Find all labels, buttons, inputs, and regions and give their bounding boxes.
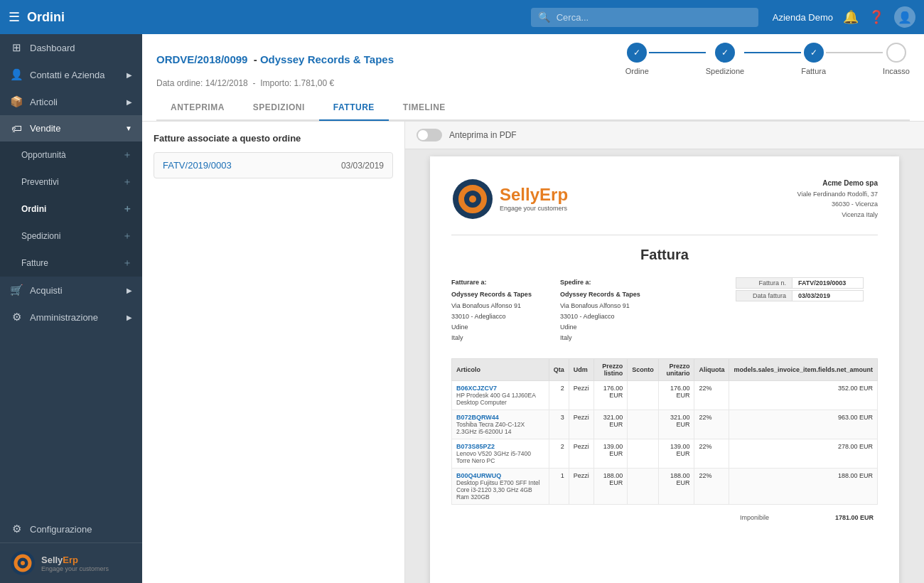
sidebar-item-contacts[interactable]: 👤 Contatti e Azienda ▶: [0, 61, 142, 88]
sales-arrow-icon: ▼: [125, 124, 132, 132]
sidebar-label-opportunities: Opportunità: [21, 150, 115, 160]
logo-text: SellyErp Engage your customers: [500, 186, 568, 212]
pdf-toggle[interactable]: [417, 129, 442, 141]
sidebar-item-acquisti[interactable]: 🛒 Acquisti ▶: [0, 277, 142, 304]
pdf-header: SellyErp Engage your customers Acme Demo…: [451, 178, 878, 220]
td-qty-1: 3: [549, 410, 569, 439]
opportunities-plus-icon[interactable]: ＋: [122, 149, 132, 161]
td-udm-0: Pezzi: [569, 380, 593, 410]
tab-fatture[interactable]: FATTURE: [319, 95, 389, 121]
td-udm-3: Pezzi: [569, 468, 593, 504]
sidebar-item-opportunities[interactable]: Opportunità ＋: [0, 141, 142, 169]
item-code-1: B072BQRW44: [456, 414, 499, 421]
content-area: ORDVE/2018/0099 - Odyssey Records & Tape…: [142, 34, 924, 583]
toggle-knob: [418, 130, 428, 140]
step-incasso: Incasso: [883, 43, 910, 75]
svg-point-5: [469, 196, 476, 203]
ship-to-label: Spedire a:: [560, 277, 640, 288]
sidebar-item-preventivi[interactable]: Preventivi ＋: [0, 169, 142, 196]
ship-to-city: 33010 - Adegliacco: [560, 311, 640, 322]
fatture-plus-icon[interactable]: ＋: [122, 257, 132, 269]
step-spedizione: ✓ Spedizione: [706, 43, 744, 75]
td-discount-3: [628, 468, 659, 504]
pdf-page: SellyErp Engage your customers Acme Demo…: [430, 156, 899, 583]
sidebar-label-amministrazione: Amministrazione: [30, 312, 119, 323]
pdf-body[interactable]: SellyErp Engage your customers Acme Demo…: [405, 149, 924, 583]
pdf-totals-table: Imponibile 1781.00 EUR: [736, 512, 878, 523]
svg-point-2: [21, 561, 25, 565]
acquisti-arrow-icon: ▶: [127, 287, 132, 294]
tab-timeline[interactable]: TIMELINE: [389, 95, 460, 121]
imponibile-value: 1781.00 EUR: [835, 514, 874, 521]
ship-to-address: Via Bonafous Alfonso 91: [560, 301, 640, 311]
sidebar-item-spedizioni[interactable]: Spedizioni ＋: [0, 223, 142, 250]
pdf-addresses: Fatturare a: Odyssey Records & Tapes Via…: [451, 277, 640, 344]
td-unitprice-2: 139.00 EUR: [658, 439, 694, 468]
menu-icon[interactable]: ☰: [9, 9, 20, 25]
order-date: 14/12/2018: [205, 78, 248, 88]
order-subtitle: Data ordine: 14/12/2018 - Importo: 1.781…: [156, 78, 910, 88]
order-client: Odyssey Records & Tapes: [260, 53, 394, 65]
td-article-3: B00Q4URWUQ Desktop Fujitsu E700 SFF Inte…: [452, 468, 549, 504]
ordini-plus-icon[interactable]: ＋: [122, 203, 132, 215]
pdf-company-country: Vicenza Italy: [842, 211, 878, 218]
td-pricelist-1: 321.00 EUR: [593, 410, 628, 439]
step-fattura-label: Fattura: [801, 67, 826, 75]
pdf-table-body: B06XCJZCV7 HP Prodesk 400 G4 1JJ60EA Des…: [452, 380, 878, 504]
sidebar-item-configurazione[interactable]: ⚙ Configurazione: [0, 515, 142, 542]
item-desc-1: Toshiba Tecra Z40-C-12X 2.3GHz i5-6200U …: [456, 421, 525, 435]
td-article-0: B06XCJZCV7 HP Prodesk 400 G4 1JJ60EA Des…: [452, 380, 549, 410]
sidebar-item-amministrazione[interactable]: ⚙ Amministrazione ▶: [0, 304, 142, 331]
sidebar-sub-sales: Opportunità ＋ Preventivi ＋ Ordini ＋ Sped…: [0, 141, 142, 277]
pdf-company-city: 36030 - Vicenza: [832, 200, 878, 208]
pdf-table-row: B073S85PZ2 Lenovo V520 3GHz i5-7400 Torr…: [452, 439, 878, 468]
notification-icon[interactable]: 🔔: [843, 9, 859, 25]
sidebar-label-preventivi: Preventivi: [21, 177, 115, 187]
invoice-date: 03/03/2019: [341, 161, 384, 171]
spedizioni-plus-icon[interactable]: ＋: [122, 230, 132, 242]
sidebar-label-configurazione: Configurazione: [30, 524, 132, 535]
pdf-totals-imponibile-row: Imponibile 1781.00 EUR: [736, 512, 878, 523]
pdf-totals: Imponibile 1781.00 EUR: [451, 512, 878, 523]
td-total-3: 188.00 EUR: [729, 468, 878, 504]
company-name: Azienda Demo: [773, 12, 833, 23]
td-pricelist-0: 176.00 EUR: [593, 380, 628, 410]
item-desc-0: HP Prodesk 400 G4 1JJ60EA Desktop Comput…: [456, 392, 535, 406]
avatar[interactable]: 👤: [894, 6, 915, 28]
item-code-3: B00Q4URWUQ: [456, 472, 501, 479]
step-line-2: [744, 52, 801, 53]
td-article-1: B072BQRW44 Toshiba Tecra Z40-C-12X 2.3GH…: [452, 410, 549, 439]
sidebar-item-sales[interactable]: 🏷 Vendite ▼: [0, 115, 142, 141]
bill-to-label: Fatturare a:: [451, 277, 532, 288]
sidebar-item-ordini[interactable]: Ordini ＋: [0, 196, 142, 223]
pdf-logo: SellyErp Engage your customers: [451, 178, 568, 220]
tab-anteprima[interactable]: ANTEPRIMA: [156, 95, 239, 121]
td-unitprice-1: 321.00 EUR: [658, 410, 694, 439]
pdf-title: Fattura: [451, 247, 878, 263]
amministrazione-arrow-icon: ▶: [127, 314, 132, 321]
th-udm: Udm: [569, 358, 593, 380]
help-icon[interactable]: ❓: [869, 9, 884, 25]
logo-svg: [451, 178, 494, 220]
td-unitprice-0: 176.00 EUR: [658, 380, 694, 410]
amount-label: Importo:: [260, 78, 291, 88]
tab-spedizioni[interactable]: SPEDIZIONI: [239, 95, 319, 121]
ship-to-company: Odyssey Records & Tapes: [560, 289, 640, 300]
step-fattura: ✓ Fattura: [801, 43, 826, 75]
invoice-item[interactable]: FATV/2019/0003 03/03/2019: [154, 152, 393, 178]
order-ref: ORDVE/2018/0099 - Odyssey Records & Tape…: [156, 53, 394, 65]
logo-brand: SellyErp: [500, 186, 568, 203]
preventivi-plus-icon[interactable]: ＋: [122, 176, 132, 188]
sidebar-label-dashboard: Dashboard: [30, 43, 132, 53]
sidebar-item-dashboard[interactable]: ⊞ Dashboard: [0, 34, 142, 61]
td-vat-1: 22%: [694, 410, 729, 439]
navbar: ☰ Ordini 🔍 Azienda Demo 🔔 ❓ 👤: [0, 0, 924, 34]
search-input[interactable]: [531, 8, 758, 27]
sidebar-item-fatture-sub[interactable]: Fatture ＋: [0, 250, 142, 277]
sidebar-label-fatture-sub: Fatture: [21, 258, 115, 268]
sidebar-item-articles[interactable]: 📦 Articoli ▶: [0, 88, 142, 115]
pdf-meta: Fattura n. FATV/2019/0003 Data fattura 0…: [736, 277, 878, 344]
pdf-company-name: Acme Demo spa: [822, 179, 878, 187]
step-fattura-circle: ✓: [804, 43, 824, 63]
pdf-company-info: Acme Demo spa Viale Ferdinando Rodolfi, …: [797, 178, 878, 220]
